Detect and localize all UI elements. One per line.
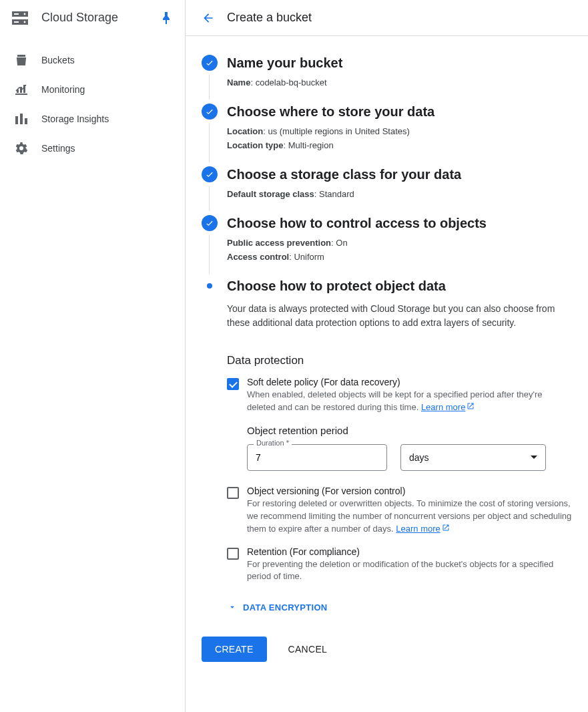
retention-period-title: Object retention period [247, 425, 572, 436]
svg-rect-5 [14, 21, 19, 23]
learn-more-link[interactable]: Learn more [421, 402, 465, 412]
external-link-icon [442, 523, 450, 536]
retention-period-block: Object retention period Duration * days [247, 425, 572, 471]
create-button[interactable]: CREATE [202, 637, 267, 662]
sidebar-header: Cloud Storage [0, 0, 185, 36]
svg-point-2 [24, 13, 26, 15]
product-icon [11, 9, 29, 27]
option-title: Soft delete policy (For data recovery) [247, 377, 572, 387]
check-icon [202, 166, 218, 182]
option-desc: For preventing the deletion or modificat… [247, 558, 572, 584]
option-soft-delete: Soft delete policy (For data recovery) W… [227, 377, 572, 414]
sidebar-item-settings[interactable]: Settings [0, 134, 185, 163]
pin-button[interactable] [157, 9, 176, 27]
step-title: Choose where to store your data [227, 104, 572, 120]
step-location[interactable]: Choose where to store your data Location… [202, 104, 572, 150]
versioning-checkbox[interactable] [227, 487, 239, 499]
external-link-icon [467, 401, 475, 414]
page-title: Create a bucket [227, 11, 312, 25]
step-title: Choose how to protect object data [227, 278, 572, 294]
cancel-button[interactable]: CANCEL [283, 637, 333, 662]
duration-unit-select[interactable]: days [400, 444, 546, 471]
main-header: Create a bucket [186, 0, 588, 36]
step-summary: Public access prevention: On Access cont… [227, 238, 572, 262]
check-icon [202, 55, 218, 71]
duration-field: Duration * [247, 444, 387, 471]
step-summary: Location: us (multiple regions in United… [227, 126, 572, 150]
soft-delete-checkbox[interactable] [227, 378, 239, 390]
sidebar-item-insights[interactable]: Storage Insights [0, 104, 185, 134]
step-title: Name your bucket [227, 55, 572, 71]
step-title: Choose a storage class for your data [227, 166, 572, 182]
step-storage-class[interactable]: Choose a storage class for your data Def… [202, 166, 572, 199]
nav-label: Storage Insights [41, 114, 109, 124]
retention-checkbox[interactable] [227, 548, 239, 560]
step-title: Choose how to control access to objects [227, 215, 572, 231]
option-desc: When enabled, deleted objects will be ke… [247, 389, 572, 414]
sidebar: Cloud Storage Buckets Monitoring [0, 0, 186, 712]
step-description: Your data is always protected with Cloud… [227, 302, 572, 330]
option-title: Object versioning (For version control) [247, 486, 572, 496]
bars-icon [15, 112, 28, 126]
svg-rect-6 [15, 116, 18, 124]
back-button[interactable] [199, 9, 218, 27]
nav-label: Monitoring [41, 84, 85, 95]
nav-label: Settings [41, 143, 75, 154]
duration-label: Duration * [254, 439, 292, 447]
nav-label: Buckets [41, 55, 75, 65]
unit-value: days [409, 452, 429, 463]
option-retention: Retention (For compliance) For preventin… [227, 546, 572, 584]
sidebar-item-buckets[interactable]: Buckets [0, 45, 185, 75]
svg-rect-4 [14, 13, 19, 15]
sidebar-nav: Buckets Monitoring Storage Insights Sett… [0, 36, 185, 163]
footer-buttons: CREATE CANCEL [202, 637, 572, 662]
svg-rect-8 [25, 118, 27, 124]
learn-more-link[interactable]: Learn more [396, 524, 440, 534]
bucket-icon [15, 53, 28, 67]
chevron-down-icon [531, 456, 537, 459]
option-title: Retention (For compliance) [247, 546, 572, 557]
main: Create a bucket Name your bucket Name: c… [186, 0, 588, 712]
product-title: Cloud Storage [41, 11, 157, 25]
step-protect: Choose how to protect object data Your d… [202, 278, 572, 612]
chevron-down-icon [227, 602, 238, 612]
data-encryption-toggle[interactable]: DATA ENCRYPTION [227, 602, 572, 612]
step-summary: Name: codelab-bq-bucket [227, 77, 572, 87]
data-protection-heading: Data protection [227, 354, 572, 367]
option-versioning: Object versioning (For version control) … [227, 486, 572, 536]
check-icon [202, 104, 218, 120]
chart-icon [15, 83, 28, 96]
svg-rect-7 [20, 114, 23, 124]
gear-icon [15, 142, 28, 155]
active-dot-icon [202, 278, 218, 294]
step-summary: Default storage class: Standard [227, 189, 572, 199]
option-desc: For restoring deleted or overwritten obj… [247, 498, 572, 536]
step-access[interactable]: Choose how to control access to objects … [202, 215, 572, 262]
content: Name your bucket Name: codelab-bq-bucket… [186, 36, 588, 678]
duration-input[interactable] [247, 444, 387, 471]
step-name[interactable]: Name your bucket Name: codelab-bq-bucket [202, 55, 572, 87]
check-icon [202, 215, 218, 231]
sidebar-item-monitoring[interactable]: Monitoring [0, 75, 185, 104]
svg-point-3 [24, 21, 26, 23]
encryption-label: DATA ENCRYPTION [243, 602, 328, 612]
